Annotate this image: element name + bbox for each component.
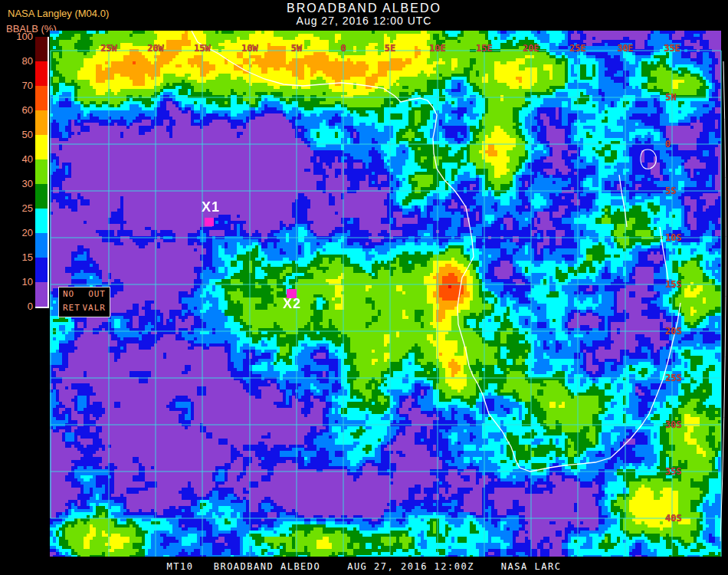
- lon-label: 20E: [523, 44, 539, 54]
- colorbar-segment: [35, 110, 48, 135]
- colorbar-segment: [35, 159, 48, 184]
- marker-square-x1: [205, 218, 214, 226]
- colorbar-tick: 50: [0, 130, 33, 140]
- lat-label: 20S: [665, 327, 682, 337]
- lat-label: 15S: [665, 280, 682, 290]
- lon-label: 25E: [569, 44, 586, 54]
- lon-label: 10E: [429, 44, 446, 54]
- lon-label: 10W: [241, 44, 258, 54]
- colorbar-segment: [35, 61, 48, 86]
- colorbar-segment: [35, 184, 48, 209]
- lon-label: 5W: [291, 44, 302, 54]
- colorbar-tick: 60: [0, 105, 33, 116]
- colorbar-tick: 70: [0, 80, 33, 91]
- colorbar-tick: 25: [0, 203, 33, 214]
- colorbar-tick: 80: [0, 56, 33, 67]
- colorbar-tick: 10: [0, 277, 33, 288]
- albedo-field-canvas: [50, 31, 721, 557]
- colorbar: [35, 37, 49, 308]
- colorbar-segment: [35, 37, 48, 61]
- colorbar-segment: [35, 135, 48, 159]
- lat-label: 25S: [665, 373, 682, 383]
- lat-label: 5N: [665, 93, 676, 103]
- source-label: NASA Langley (M04.0): [8, 8, 109, 19]
- lat-label: 35S: [665, 467, 682, 477]
- page-title: BROADBAND ALBEDO: [0, 2, 728, 15]
- lon-label: 15W: [194, 44, 211, 54]
- marker-label-x2: X2: [283, 297, 301, 310]
- marker-label-x1: X1: [202, 200, 220, 214]
- lon-label: 35E: [664, 44, 680, 54]
- colorbar-segment: [35, 86, 48, 110]
- lon-label: 30E: [617, 44, 634, 54]
- colorbar-segment: [35, 282, 48, 307]
- colorbar-segment: [35, 233, 48, 258]
- colorbar-tick: 40: [0, 154, 33, 165]
- lon-label: 5E: [385, 44, 395, 54]
- timestamp: Aug 27, 2016 12:00 UTC: [0, 15, 728, 27]
- lon-label: 20W: [147, 44, 164, 54]
- lat-label: 5S: [665, 186, 676, 196]
- colorbar-segment: [35, 258, 48, 282]
- marker-square-x2: [287, 289, 297, 298]
- lat-label: 0: [665, 140, 671, 150]
- lat-label: 10S: [665, 233, 682, 243]
- colorbar-segment: [35, 209, 48, 233]
- flag-no: NO: [63, 289, 74, 301]
- albedo-map-window: BROADBAND ALBEDO Aug 27, 2016 12:00 UTC …: [0, 0, 728, 575]
- colorbar-tick: 30: [0, 179, 33, 189]
- colorbar-tick: 15: [0, 252, 33, 263]
- flag-legend-box: NO OUT RET VALR: [58, 287, 110, 317]
- flag-ret: RET: [63, 303, 80, 315]
- lat-label: 40S: [665, 514, 682, 524]
- flag-valr: VALR: [83, 303, 107, 315]
- colorbar-tick: 20: [0, 228, 33, 238]
- lon-label: 0: [340, 44, 346, 54]
- earth-limb-arc: [720, 61, 726, 541]
- lat-label: 30S: [665, 420, 682, 430]
- colorbar-tick: 100: [0, 31, 33, 42]
- status-bar: MT10 BROADBAND ALBEDO AUG 27, 2016 12:00…: [0, 557, 728, 575]
- flag-out: OUT: [88, 289, 106, 301]
- colorbar-tick: 0: [0, 301, 33, 312]
- lon-label: 15E: [476, 44, 493, 54]
- lon-label: 25W: [100, 44, 117, 54]
